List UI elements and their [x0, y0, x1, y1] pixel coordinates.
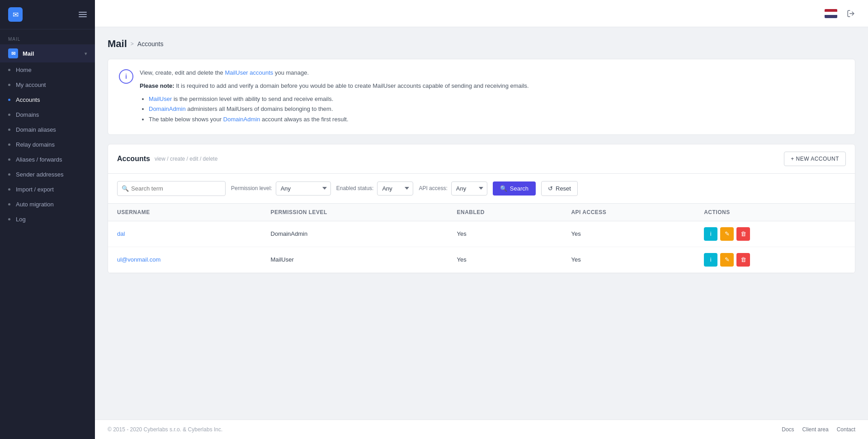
footer-client-area-link[interactable]: Client area [802, 426, 829, 433]
cell-permission-level: MailUser [262, 247, 448, 272]
accounts-table: Username Permission level Enabled API ac… [108, 204, 855, 273]
dot-icon [8, 218, 10, 220]
dot-icon [8, 203, 10, 205]
col-username: Username [108, 204, 262, 221]
new-account-button[interactable]: + NEW ACCOUNT [784, 152, 846, 166]
info-button[interactable]: i [704, 253, 717, 267]
edit-button[interactable]: ✎ [720, 227, 734, 241]
sidebar-item-domain-aliases[interactable]: Domain aliases [0, 122, 95, 137]
page-app-title: Mail [108, 38, 127, 50]
dot-icon [8, 188, 10, 191]
flag-icon[interactable] [825, 9, 837, 18]
col-actions: Actions [695, 204, 855, 221]
sidebar-item-auto-migration[interactable]: Auto migration [0, 197, 95, 212]
info-bullets: MailUser is the permission level with ab… [149, 95, 529, 124]
filters-row: 🔍 Permission level: Any MailUser DomainA… [108, 174, 855, 204]
sidebar-item-label: Relay domains [16, 141, 55, 148]
breadcrumb-separator: > [131, 41, 134, 47]
sidebar-item-domains[interactable]: Domains [0, 107, 95, 122]
logout-button[interactable] [844, 7, 857, 20]
enabled-status-select[interactable]: Any Yes No [377, 181, 413, 196]
reset-button[interactable]: ↺ Reset [541, 181, 578, 196]
sidebar-item-label: Sender addresses [16, 171, 64, 178]
cell-api-access: Yes [562, 247, 695, 272]
sidebar-item-import-export[interactable]: Import / export [0, 182, 95, 197]
table-card-title-text: Accounts [117, 155, 150, 163]
info-intro: View, create, edit and delete the MailUs… [140, 68, 529, 78]
sidebar-header: ✉ [0, 0, 95, 29]
col-api-access: API access [562, 204, 695, 221]
search-button[interactable]: 🔍 Search [493, 181, 536, 196]
sidebar-item-mail-parent[interactable]: ✉ Mail ▾ [0, 44, 95, 62]
api-access-filter-group: API access: Any Yes No [419, 181, 487, 196]
col-permission-level: Permission level [262, 204, 448, 221]
table-card-subtitle: view / create / edit / delete [155, 156, 217, 162]
breadcrumb-current: Accounts [137, 40, 164, 48]
footer-copyright: © 2015 - 2020 Cyberlabs s.r.o. & Cyberla… [108, 426, 222, 433]
sidebar-item-label: Auto migration [16, 201, 54, 208]
table-row: dal DomainAdmin Yes Yes i ✎ 🗑 [108, 221, 855, 247]
sidebar-section-label: MAIL [0, 29, 95, 44]
mail-parent-icon: ✉ [8, 48, 18, 58]
table-card-header: Accounts view / create / edit / delete +… [108, 144, 855, 174]
sidebar-item-label: Log [16, 216, 26, 223]
sidebar-item-accounts[interactable]: Accounts [0, 92, 95, 107]
info-button[interactable]: i [704, 227, 717, 241]
sidebar-item-label: Home [16, 67, 32, 73]
col-enabled: Enabled [448, 204, 562, 221]
sidebar-item-label: Domains [16, 111, 39, 118]
cell-permission-level: DomainAdmin [262, 221, 448, 247]
footer-docs-link[interactable]: Docs [782, 426, 794, 433]
sidebar-item-sender-addresses[interactable]: Sender addresses [0, 167, 95, 182]
sidebar-item-label: Import / export [16, 186, 54, 193]
dot-icon [8, 173, 10, 176]
hamburger-menu-button[interactable] [79, 12, 87, 17]
sidebar-item-label: Domain aliases [16, 126, 56, 133]
reset-button-label: Reset [556, 185, 571, 192]
info-note: Please note: It is required to add and v… [140, 81, 529, 91]
permission-level-select[interactable]: Any MailUser DomainAdmin [276, 181, 331, 196]
sidebar-item-relay-domains[interactable]: Relay domains [0, 137, 95, 152]
breadcrumb: Mail > Accounts [108, 38, 855, 50]
dot-icon [8, 114, 10, 116]
search-icon: 🔍 [122, 185, 129, 192]
edit-button[interactable]: ✎ [720, 253, 734, 267]
api-access-select[interactable]: Any Yes No [451, 181, 487, 196]
sidebar-item-log[interactable]: Log [0, 212, 95, 227]
sidebar-item-home[interactable]: Home [0, 62, 95, 77]
cell-actions: i ✎ 🗑 [695, 247, 855, 272]
topbar [95, 0, 868, 27]
search-input[interactable] [117, 181, 226, 196]
info-bullet-2: DomainAdmin administers all MailUsers of… [149, 105, 529, 114]
api-access-label: API access: [419, 185, 447, 191]
dot-icon [8, 84, 10, 86]
dot-icon [8, 129, 10, 131]
cell-actions: i ✎ 🗑 [695, 221, 855, 247]
delete-button[interactable]: 🗑 [736, 253, 750, 267]
sidebar-item-my-account[interactable]: My account [0, 77, 95, 92]
sidebar-item-label: Aliases / forwards [16, 156, 62, 163]
sidebar-item-aliases-forwards[interactable]: Aliases / forwards [0, 152, 95, 167]
cell-username: ul@vonmail.com [108, 247, 262, 272]
table-header-row: Username Permission level Enabled API ac… [108, 204, 855, 221]
footer: © 2015 - 2020 Cyberlabs s.r.o. & Cyberla… [95, 420, 868, 439]
reset-icon: ↺ [548, 185, 553, 192]
mail-logo-icon: ✉ [8, 7, 23, 22]
dot-icon [8, 143, 10, 146]
search-wrap: 🔍 [117, 181, 226, 196]
dot-icon [8, 69, 10, 71]
delete-button[interactable]: 🗑 [736, 227, 750, 241]
enabled-status-label: Enabled status: [336, 185, 374, 191]
permission-level-filter-group: Permission level: Any MailUser DomainAdm… [231, 181, 331, 196]
info-bullet-1: MailUser is the permission level with ab… [149, 95, 529, 104]
cell-enabled: Yes [448, 247, 562, 272]
accounts-table-card: Accounts view / create / edit / delete +… [108, 144, 855, 273]
sidebar: ✉ MAIL ✉ Mail ▾ Home My account Accounts… [0, 0, 95, 439]
main-area: Mail > Accounts i View, create, edit and… [95, 0, 868, 439]
dot-icon [8, 158, 10, 161]
footer-contact-link[interactable]: Contact [837, 426, 855, 433]
dot-icon [8, 99, 10, 101]
table-card-title-group: Accounts view / create / edit / delete [117, 155, 217, 163]
info-box: i View, create, edit and delete the Mail… [108, 59, 855, 135]
enabled-status-filter-group: Enabled status: Any Yes No [336, 181, 414, 196]
